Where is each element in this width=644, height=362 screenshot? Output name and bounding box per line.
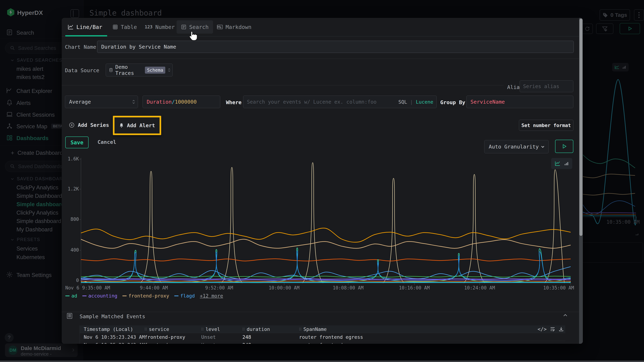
column-label: level [206, 327, 220, 332]
column-header-level[interactable]: level [201, 325, 220, 333]
active-tab-underline [65, 35, 107, 36]
duration-cell: 248 [242, 334, 251, 340]
wrap-text-icon[interactable] [550, 327, 555, 332]
expr-token: 1000000 [175, 99, 196, 105]
spanname-cell: router frontend egress [299, 334, 363, 340]
download-icon[interactable] [558, 327, 564, 332]
legend-item-frontend-proxy[interactable]: frontend-proxy [122, 293, 169, 299]
x-axis-tick [480, 283, 480, 285]
legend-more-link[interactable]: +12 more [200, 293, 223, 299]
column-header-service[interactable]: service [144, 325, 169, 333]
legend-label: flagd [180, 293, 195, 299]
y-axis-tick [80, 159, 81, 159]
search-list-icon [181, 24, 186, 30]
drag-handle-icon[interactable] [299, 327, 302, 331]
set-number-format-button[interactable]: Set number format [519, 120, 573, 131]
x-axis-tick [154, 283, 154, 285]
y-axis-tick-label: 400 [62, 247, 79, 253]
column-header-duration[interactable]: duration [242, 325, 270, 333]
legend-swatch [174, 296, 178, 296]
table-row[interactable]: ›Nov 6 10:35:23.243 AMfrontend-proxyUnse… [80, 333, 565, 341]
x-axis-tick-label: 9:44:00 AM [140, 285, 168, 291]
series-other-violet [81, 280, 571, 280]
expr-token: / [172, 99, 175, 105]
tab-markdown[interactable]: Markdown [215, 20, 254, 34]
legend-swatch [122, 296, 127, 296]
sample-events-title: Sample Matched Events [80, 313, 145, 320]
x-axis-tick [81, 283, 81, 285]
legend-label: ad [72, 293, 77, 299]
spanname-cell: router frontend egress [299, 342, 363, 344]
service-cell: frontend-proxy [144, 342, 185, 344]
lucene-toggle[interactable]: Lucene [416, 99, 433, 105]
collapse-chevron-icon[interactable] [562, 313, 568, 318]
query-language-toggle[interactable]: SQL | Lucene [398, 99, 433, 105]
level-cell: Unset [201, 342, 216, 344]
drag-handle-icon[interactable] [201, 327, 204, 331]
save-button[interactable]: Save [65, 137, 88, 148]
legend-item-accounting[interactable]: accounting [82, 293, 118, 299]
table-left-border [80, 325, 80, 344]
duration-chart[interactable] [81, 158, 571, 283]
legend-item-flagd[interactable]: flagd [174, 293, 195, 299]
cancel-button[interactable]: Cancel [98, 139, 116, 145]
aggregation-select[interactable]: Average [65, 96, 138, 108]
y-axis-tick-label: 800 [62, 216, 79, 222]
chevron-down-icon [540, 145, 545, 149]
field-expression-input[interactable]: Duration/1000000 [142, 96, 220, 108]
legend-label: frontend-proxy [128, 293, 169, 299]
group-by-input[interactable]: ServiceName [466, 96, 573, 108]
tab-table[interactable]: Table [110, 20, 139, 34]
chart-name-input[interactable]: Duration by Service Name [97, 41, 574, 53]
x-axis-tick-label: 10:08:00 AM [333, 285, 364, 291]
edit-chart-modal: Line/Bar Table 123 Number Search Markdow… [62, 18, 583, 344]
modal-scrollbar-thumb[interactable] [580, 18, 582, 236]
y-axis-tick [80, 219, 81, 220]
mouse-cursor [188, 31, 198, 41]
where-search-input[interactable]: Search your events w/ Lucene ex. column:… [243, 96, 437, 108]
series-alias-input[interactable]: Series alias [520, 80, 573, 92]
y-axis-tick [80, 250, 81, 250]
y-axis-tick-label: 1.2K [62, 186, 79, 191]
x-axis-tick-label: 10:16:00 AM [399, 285, 430, 291]
add-series-button[interactable]: Add Series [69, 119, 109, 131]
y-axis-tick [80, 189, 81, 189]
service-cell: frontend-proxy [144, 334, 185, 340]
column-header-Timestamp (Local)[interactable]: Timestamp (Local) [84, 325, 133, 333]
legend-item-ad[interactable]: ad [65, 293, 77, 299]
column-header-SpanName[interactable]: SpanName [299, 325, 327, 333]
events-list-icon [67, 313, 72, 319]
drag-handle-icon[interactable] [242, 327, 245, 331]
series-other-spikes [81, 163, 571, 283]
column-label: SpanName [304, 327, 327, 332]
run-chart-button[interactable] [555, 140, 573, 153]
tab-number[interactable]: 123 Number [142, 20, 177, 34]
duration-cell: 248 [242, 342, 251, 344]
events-toolbar: </> [538, 326, 564, 332]
sql-toggle[interactable]: SQL [398, 99, 407, 105]
expr-token: Duration [147, 99, 172, 105]
tab-line-bar[interactable]: Line/Bar [66, 20, 104, 34]
level-cell: Unset [201, 334, 216, 340]
table-row[interactable]: ›Nov 6 10:35:23.243 AMfrontend-proxyUnse… [80, 341, 565, 344]
y-axis-tick-label: 0 [62, 278, 79, 283]
markdown-icon [217, 24, 223, 29]
code-icon[interactable]: </> [538, 326, 547, 332]
legend-swatch [82, 296, 86, 296]
select-chevrons-icon [132, 99, 135, 105]
column-label: duration [247, 327, 270, 332]
field-expression-value: Duration/1000000 [147, 99, 196, 105]
group-by-label: Group By [440, 99, 465, 105]
data-source-select[interactable]: Demo Traces Schema [106, 64, 173, 76]
granularity-select[interactable]: Auto Granularity [484, 140, 549, 153]
x-axis-tick-label: 10:24:00 AM [464, 285, 495, 291]
line-chart-icon [68, 24, 74, 30]
number-123-icon: 123 [145, 24, 152, 29]
series-frontend-proxy [81, 239, 571, 248]
add-alert-button-highlighted[interactable]: Add Alert [113, 116, 161, 135]
column-label: Timestamp (Local) [84, 327, 133, 332]
legend-swatch [65, 296, 70, 296]
sample-events-table: Timestamp (Local)serviceleveldurationSpa… [80, 325, 565, 344]
select-chevrons-icon [168, 67, 171, 73]
drag-handle-icon[interactable] [144, 327, 147, 331]
